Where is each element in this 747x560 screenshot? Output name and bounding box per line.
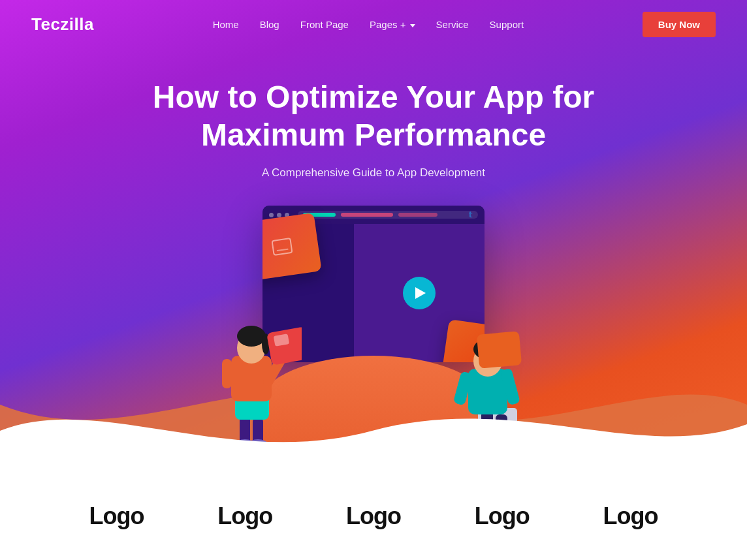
- svg-rect-23: [477, 331, 522, 368]
- nav-support[interactable]: Support: [490, 19, 524, 30]
- hero-title: How to Optimize Your App for Maximum Per…: [145, 78, 602, 153]
- white-wave: [0, 366, 747, 470]
- svg-rect-11: [266, 326, 302, 366]
- site-logo: Teczilla: [31, 14, 94, 35]
- image-icon: [271, 238, 293, 256]
- twitter-icon: 𝕥: [469, 210, 473, 219]
- play-button[interactable]: [403, 277, 436, 309]
- nav-home[interactable]: Home: [213, 19, 239, 30]
- nav-pages[interactable]: Pages +: [370, 19, 415, 30]
- logo-item-5: Logo: [603, 503, 658, 530]
- svg-point-7: [237, 326, 266, 347]
- logos-section: Logo Logo Logo Logo Logo: [0, 470, 747, 560]
- main-nav: Home Blog Front Page Pages + Service Sup…: [213, 19, 524, 30]
- nav-pages-label: Pages +: [370, 19, 405, 30]
- address-bar-pink: [341, 213, 393, 217]
- logo-item-3: Logo: [346, 503, 401, 530]
- browser-dot-2: [277, 213, 281, 217]
- browser-address-bar: 𝕥: [298, 211, 478, 219]
- address-bar-pink2: [398, 213, 437, 217]
- hero-subtitle: A Comprehensive Guide to App Development: [0, 166, 747, 179]
- logo-item-2: Logo: [217, 503, 272, 530]
- browser-dot-1: [269, 213, 274, 217]
- logo-item-4: Logo: [475, 503, 530, 530]
- chevron-down-icon: [410, 24, 415, 27]
- logo-item-1: Logo: [89, 503, 144, 530]
- nav-blog[interactable]: Blog: [260, 19, 279, 30]
- play-triangle-icon: [415, 287, 426, 299]
- nav-service[interactable]: Service: [436, 19, 469, 30]
- buy-now-button[interactable]: Buy Now: [643, 12, 716, 37]
- nav-front-page[interactable]: Front Page: [300, 19, 349, 30]
